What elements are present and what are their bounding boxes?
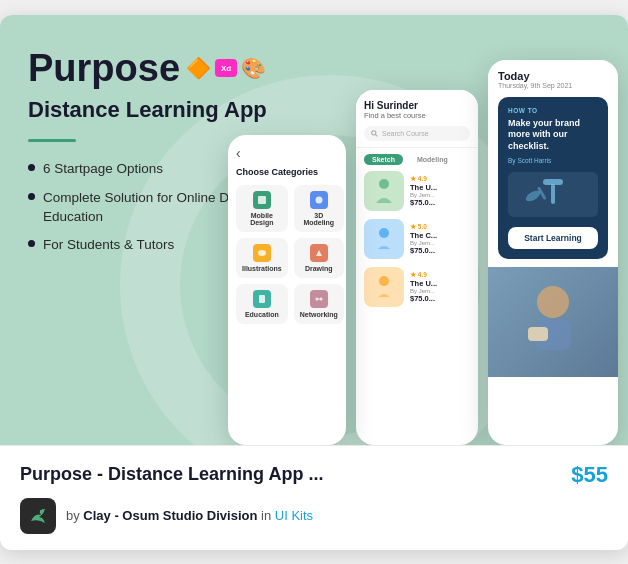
card-footer: Purpose - Distance Learning App ... $55 …: [0, 445, 628, 550]
tool-illustration: [513, 174, 593, 214]
svg-point-5: [319, 297, 322, 300]
course-thumbnail: [364, 171, 404, 211]
course-info: ★ 4.9 The U... By Jem... $75.0...: [410, 175, 470, 207]
app-name: Purpose: [28, 47, 180, 91]
category-label: Networking: [300, 311, 338, 318]
product-card: Purpose 🔶 Xd 🎨 Distance Learning App 6 S…: [0, 15, 628, 550]
today-label: Today: [498, 70, 608, 82]
phone-course-list: Hi Surinder Find a best course Search Co…: [356, 90, 478, 445]
course-rating: ★ 4.9: [410, 175, 470, 183]
hero-divider: [28, 139, 76, 142]
course-price: $75.0...: [410, 198, 470, 207]
svg-point-9: [379, 179, 389, 189]
back-button: ‹: [236, 145, 338, 161]
product-title: Purpose - Distance Learning App ...: [20, 464, 323, 485]
course-info: ★ 4.9 The U... By Jem... $75.0...: [410, 271, 470, 303]
svg-point-16: [537, 286, 569, 318]
course-figure: [368, 175, 400, 207]
card-tag: HOW TO: [508, 107, 598, 114]
product-price: $55: [571, 462, 608, 488]
category-item: Networking: [294, 284, 344, 324]
course-thumbnail: [364, 267, 404, 307]
svg-point-11: [379, 276, 389, 286]
search-bar[interactable]: Search Course: [364, 126, 470, 141]
greeting-subtext: Find a best course: [364, 111, 470, 120]
author-avatar: [20, 498, 56, 534]
category-item: Mobile Design: [236, 185, 288, 232]
greeting-text: Hi Surinder: [364, 100, 470, 111]
svg-line-8: [376, 134, 378, 136]
svg-rect-13: [551, 184, 555, 204]
tab-sketch[interactable]: Sketch: [364, 154, 403, 165]
category-item: Education: [236, 284, 288, 324]
category-label: Drawing: [305, 265, 333, 272]
svg-point-1: [315, 196, 322, 203]
course-info: ★ 5.0 The C... By Jem... $75.0...: [410, 223, 470, 255]
course-item: ★ 4.9 The U... By Jem... $75.0...: [364, 171, 470, 211]
tab-modeling[interactable]: Modeling: [409, 154, 456, 165]
bullet-dot: [28, 164, 35, 171]
category-label: Illustrations: [242, 265, 282, 272]
bullet-dot: [28, 240, 35, 247]
reading-figure: [503, 272, 603, 372]
categories-grid: Mobile Design 3D Modeling: [236, 185, 338, 324]
category-label: Education: [245, 311, 279, 318]
card-author: By Scott Harris: [508, 157, 598, 164]
category-icon: [310, 244, 328, 262]
brand-logo-icon: [27, 505, 49, 527]
course-item: ★ 5.0 The C... By Jem... $75.0...: [364, 219, 470, 259]
category-link[interactable]: UI Kits: [275, 508, 313, 523]
author-name: Clay - Osum Studio Division: [83, 508, 257, 523]
course-price: $75.0...: [410, 246, 470, 255]
course-list-header: Hi Surinder Find a best course Search Co…: [356, 90, 478, 148]
category-item: 3D Modeling: [294, 185, 344, 232]
svg-rect-0: [258, 196, 266, 204]
course-rating: ★ 5.0: [410, 223, 470, 231]
course-rating: ★ 4.9: [410, 271, 470, 279]
category-icon: [310, 290, 328, 308]
by-label: by: [66, 508, 80, 523]
svg-rect-3: [259, 295, 265, 303]
course-tabs: Sketch Modeling: [356, 148, 478, 171]
phone-article: Today Thursday, 9th Sep 2021 HOW TO Make…: [488, 60, 618, 445]
course-figure: [368, 271, 400, 303]
course-name: The U...: [410, 183, 470, 192]
category-icon: [253, 244, 271, 262]
category-label: 3D Modeling: [300, 212, 338, 226]
phone-categories: ‹ Choose Categories Mobile Design: [228, 135, 346, 445]
phones-showcase: ‹ Choose Categories Mobile Design: [228, 60, 618, 445]
article-top: Today Thursday, 9th Sep 2021 HOW TO Make…: [488, 60, 618, 267]
course-figure: [368, 223, 400, 255]
search-placeholder: Search Course: [382, 130, 429, 137]
course-thumbnail: [364, 219, 404, 259]
card-illustration: [508, 172, 598, 217]
course-item: ★ 4.9 The U... By Jem... $75.0...: [364, 267, 470, 307]
category-icon: [310, 191, 328, 209]
categories-title: Choose Categories: [236, 167, 338, 177]
search-icon: [371, 130, 378, 137]
course-name: The U...: [410, 279, 470, 288]
in-label: in: [261, 508, 271, 523]
course-list: ★ 4.9 The U... By Jem... $75.0...: [356, 171, 478, 307]
svg-point-4: [315, 297, 318, 300]
howto-card: HOW TO Make your brand more with our che…: [498, 97, 608, 259]
course-price: $75.0...: [410, 294, 470, 303]
footer-bottom-row: by Clay - Osum Studio Division in UI Kit…: [20, 498, 608, 534]
hero-section: Purpose 🔶 Xd 🎨 Distance Learning App 6 S…: [0, 15, 628, 445]
course-name: The C...: [410, 231, 470, 240]
author-attribution: by Clay - Osum Studio Division in UI Kit…: [66, 508, 313, 523]
category-item: Drawing: [294, 238, 344, 278]
svg-point-7: [372, 130, 376, 134]
svg-point-2: [258, 250, 266, 256]
svg-point-10: [379, 228, 389, 238]
category-item: Illustrations: [236, 238, 288, 278]
card-title: Make your brand more with our checklist.: [508, 118, 598, 153]
article-bottom-image: [488, 267, 618, 377]
sketch-icon: 🔶: [186, 57, 211, 80]
category-icon: [253, 191, 271, 209]
today-date: Thursday, 9th Sep 2021: [498, 82, 608, 89]
footer-top-row: Purpose - Distance Learning App ... $55: [20, 462, 608, 488]
start-learning-button[interactable]: Start Learning: [508, 227, 598, 249]
svg-rect-18: [528, 327, 548, 341]
category-label: Mobile Design: [242, 212, 282, 226]
